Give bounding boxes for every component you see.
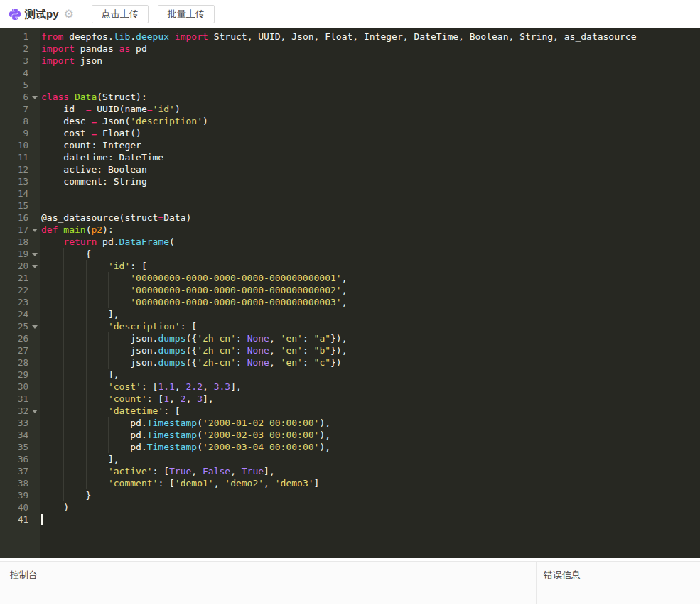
code-content: return pd.DataFrame( bbox=[40, 236, 700, 248]
gutter-cell: 7 bbox=[0, 103, 40, 115]
code-line[interactable]: 2import pandas as pd bbox=[0, 43, 700, 55]
code-token: ], bbox=[41, 369, 119, 380]
code-token: 'zh-cn' bbox=[197, 345, 236, 356]
code-line[interactable]: 12 active: Boolean bbox=[0, 163, 700, 175]
code-token: '2000-02-03 00:00:00' bbox=[203, 430, 319, 440]
code-line[interactable]: 31 'count': [1, 2, 3], bbox=[0, 393, 700, 405]
code-line[interactable]: 16@as_datasource(struct=Data) bbox=[0, 212, 700, 224]
line-number: 26 bbox=[0, 332, 30, 344]
code-token: id_ bbox=[41, 104, 86, 114]
gutter-cell: 17 bbox=[0, 224, 40, 236]
indent-guide bbox=[86, 344, 87, 356]
code-token: , bbox=[342, 285, 348, 295]
code-line[interactable]: 25 'description': [ bbox=[0, 320, 700, 332]
indent-guide bbox=[86, 405, 87, 417]
code-token: : bbox=[236, 357, 247, 368]
code-line[interactable]: 5 bbox=[0, 79, 700, 91]
code-content: import pandas as pd bbox=[40, 43, 700, 55]
line-number: 2 bbox=[0, 43, 30, 55]
upload-button[interactable]: 点击上传 bbox=[92, 5, 149, 23]
code-line[interactable]: 7 id_ = UUID(name='id') bbox=[0, 103, 700, 115]
code-line[interactable]: 10 count: Integer bbox=[0, 139, 700, 151]
code-line[interactable]: 14 bbox=[0, 187, 700, 200]
line-number: 25 bbox=[0, 320, 30, 332]
indent-guide bbox=[86, 453, 87, 465]
code-line[interactable]: 26 json.dumps({'zh-cn': None, 'en': "a"}… bbox=[0, 332, 700, 344]
code-line[interactable]: 29 ], bbox=[0, 369, 700, 381]
code-line[interactable]: 22 '00000000-0000-0000-0000-000000000002… bbox=[0, 284, 700, 296]
code-token: , bbox=[191, 466, 203, 476]
code-line[interactable]: 37 'active': [True, False, True], bbox=[0, 465, 700, 477]
code-content bbox=[40, 513, 700, 525]
fold-arrow-icon[interactable] bbox=[30, 260, 40, 272]
code-line[interactable]: 24 ], bbox=[0, 308, 700, 320]
code-token: Timestamp bbox=[147, 442, 197, 452]
fold-arrow-icon[interactable] bbox=[30, 405, 40, 417]
indent-guide bbox=[63, 405, 64, 417]
indent-guide bbox=[63, 417, 64, 429]
code-token: '00000000-0000-0000-0000-000000000003' bbox=[130, 297, 341, 307]
settings-gear-icon[interactable]: ⚙ bbox=[64, 9, 74, 20]
code-line[interactable]: 3import json bbox=[0, 55, 700, 67]
gutter-cell: 39 bbox=[0, 489, 40, 501]
code-line[interactable]: 11 datetime: DateTime bbox=[0, 151, 700, 163]
code-token: ] bbox=[314, 478, 320, 489]
code-line[interactable]: 33 pd.Timestamp('2000-01-02 00:00:00'), bbox=[0, 417, 700, 429]
code-line[interactable]: 18 return pd.DataFrame( bbox=[0, 236, 700, 248]
code-line[interactable]: 9 cost = Float() bbox=[0, 127, 700, 139]
code-line[interactable]: 39 } bbox=[0, 489, 700, 501]
code-line[interactable]: 13 comment: String bbox=[0, 175, 700, 187]
indent-guide bbox=[86, 369, 87, 381]
code-line[interactable]: 40 ) bbox=[0, 501, 700, 513]
gutter-cell: 9 bbox=[0, 127, 40, 139]
line-number: 3 bbox=[0, 55, 30, 67]
fold-arrow-icon[interactable] bbox=[30, 248, 40, 260]
code-token: pandas bbox=[75, 43, 119, 54]
code-line[interactable]: 17def main(p2): bbox=[0, 224, 700, 236]
code-lines[interactable]: 1from deepfos.lib.deepux import Struct, … bbox=[0, 28, 700, 525]
fold-arrow-icon[interactable] bbox=[30, 224, 40, 236]
code-token: 'active' bbox=[108, 466, 153, 476]
code-line[interactable]: 4 bbox=[0, 67, 700, 79]
code-content bbox=[40, 200, 700, 212]
code-line[interactable]: 23 '00000000-0000-0000-0000-000000000003… bbox=[0, 296, 700, 308]
code-token: import bbox=[41, 55, 75, 66]
gutter-cell: 37 bbox=[0, 465, 40, 477]
code-line[interactable]: 41 bbox=[0, 513, 700, 525]
code-line[interactable]: 36 ], bbox=[0, 453, 700, 465]
code-line[interactable]: 15 bbox=[0, 200, 700, 212]
code-line[interactable]: 30 'cost': [1.1, 2.2, 3.3], bbox=[0, 381, 700, 393]
code-token: . bbox=[130, 31, 136, 42]
indent-guide bbox=[63, 248, 64, 260]
code-line[interactable]: 27 json.dumps({'zh-cn': None, 'en': "b"}… bbox=[0, 344, 700, 356]
code-token: "b" bbox=[314, 345, 330, 356]
code-token: , bbox=[269, 345, 281, 356]
fold-arrow-icon[interactable] bbox=[30, 91, 40, 103]
code-line[interactable]: 32 'datetime': [ bbox=[0, 405, 700, 417]
indent-guide bbox=[86, 284, 87, 296]
code-line[interactable]: 38 'comment': ['demo1', 'demo2', 'demo3'… bbox=[0, 477, 700, 489]
code-line[interactable]: 28 json.dumps({'zh-cn': None, 'en': "c"}… bbox=[0, 356, 700, 369]
line-number: 30 bbox=[0, 381, 30, 393]
code-line[interactable]: 34 pd.Timestamp('2000-02-03 00:00:00'), bbox=[0, 429, 700, 441]
code-line[interactable]: 1from deepfos.lib.deepux import Struct, … bbox=[0, 31, 700, 43]
code-line[interactable]: 19 { bbox=[0, 248, 700, 260]
code-line[interactable]: 35 pd.Timestamp('2000-03-04 00:00:00'), bbox=[0, 441, 700, 453]
line-number: 17 bbox=[0, 224, 30, 236]
code-content: class Data(Struct): bbox=[40, 91, 700, 103]
indent-guide bbox=[63, 308, 64, 320]
code-content: from deepfos.lib.deepux import Struct, U… bbox=[40, 31, 700, 43]
code-editor[interactable]: 1from deepfos.lib.deepux import Struct, … bbox=[0, 28, 700, 558]
fold-arrow-icon[interactable] bbox=[30, 320, 40, 332]
code-token: pd. bbox=[41, 418, 147, 428]
code-line[interactable]: 6class Data(Struct): bbox=[0, 91, 700, 103]
batch-upload-button[interactable]: 批量上传 bbox=[158, 5, 215, 23]
line-number: 7 bbox=[0, 103, 30, 115]
code-token bbox=[69, 92, 75, 102]
line-number: 16 bbox=[0, 212, 30, 224]
indent-guide bbox=[86, 477, 87, 489]
code-line[interactable]: 21 '00000000-0000-0000-0000-000000000001… bbox=[0, 272, 700, 284]
line-number: 28 bbox=[0, 356, 30, 369]
code-line[interactable]: 20 'id': [ bbox=[0, 260, 700, 272]
code-line[interactable]: 8 desc = Json('description') bbox=[0, 115, 700, 127]
